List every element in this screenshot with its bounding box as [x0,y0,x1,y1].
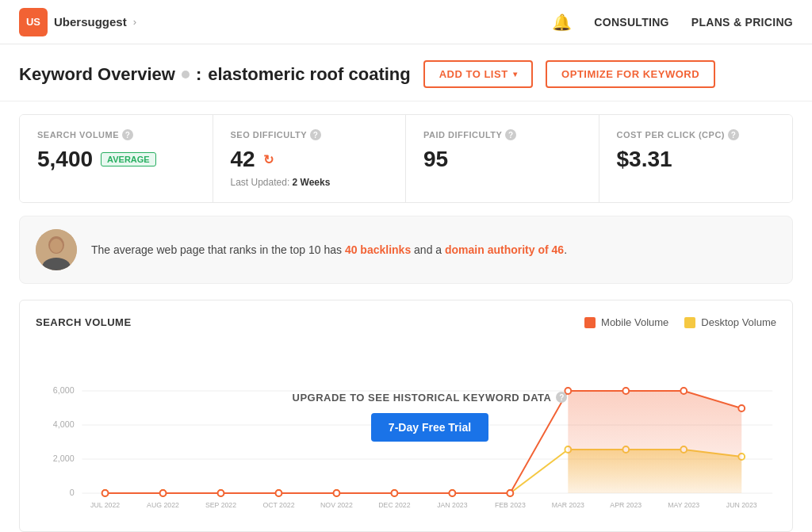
paid-difficulty-value: 95 [423,147,581,172]
average-badge: AVERAGE [101,152,156,166]
keyword-title: Keyword Overview : elastomeric roof coat… [19,64,411,85]
seo-difficulty-label: SEO DIFFICULTY ? [231,129,389,140]
keyword-section: Keyword Overview : elastomeric roof coat… [0,44,812,101]
svg-text:0: 0 [70,488,75,497]
info-icon-upgrade[interactable]: ? [556,392,567,403]
mobile-volume-legend-dot [584,317,596,328]
site-name: Ubersuggest [54,15,127,29]
optimize-for-keyword-button[interactable]: OPTIMIZE FOR KEYWORD [546,60,715,88]
backlinks-highlight: 40 backlinks [345,243,411,256]
svg-text:SEP 2022: SEP 2022 [205,501,236,509]
svg-text:AUG 2022: AUG 2022 [147,501,179,509]
avatar [36,229,77,270]
dot-icon [182,71,190,78]
metrics-row: SEARCH VOLUME ? 5,400 AVERAGE SEO DIFFIC… [19,114,793,203]
mobile-volume-label: Mobile Volume [601,316,668,328]
chart-wrapper: 0 2,000 4,000 6,000 JUL 2022 AUG 2022 SE… [36,341,776,515]
info-icon-seo-difficulty[interactable]: ? [310,129,321,140]
metric-search-volume: SEARCH VOLUME ? 5,400 AVERAGE [20,115,213,202]
svg-point-3 [50,239,63,253]
info-icon-cpc[interactable]: ? [728,129,739,140]
keyword-header: Keyword Overview : elastomeric roof coat… [19,60,793,88]
svg-text:OCT 2022: OCT 2022 [262,501,294,509]
chart-legend: Mobile Volume Desktop Volume [584,316,776,328]
header-right: 🔔 CONSULTING PLANS & PRICING [552,13,793,32]
paid-difficulty-label: PAID DIFFICULTY ? [423,129,581,140]
svg-text:JUL 2022: JUL 2022 [90,501,120,509]
metric-seo-difficulty: SEO DIFFICULTY ? 42 ↻ Last Updated: 2 We… [213,115,407,202]
trial-button[interactable]: 7-Day Free Trial [371,413,488,442]
bell-icon[interactable]: 🔔 [552,13,572,32]
header-left: US Ubersuggest › [19,8,136,36]
metric-paid-difficulty: PAID DIFFICULTY ? 95 [406,115,599,202]
chart-header: SEARCH VOLUME Mobile Volume Desktop Volu… [36,316,776,328]
cpc-value: $3.31 [617,147,776,172]
svg-text:MAR 2023: MAR 2023 [552,501,584,509]
insight-text: The average web page that ranks in the t… [91,242,567,258]
metric-cpc: COST PER CLICK (CPC) ? $3.31 [599,115,793,202]
seo-difficulty-sub: Last Updated: 2 Weeks [231,177,389,188]
svg-text:MAY 2023: MAY 2023 [668,501,699,509]
colon-separator: : [196,64,201,85]
search-volume-value: 5,400 AVERAGE [37,147,195,172]
upgrade-text: UPGRADE TO SEE HISTORICAL KEYWORD DATA ? [293,392,568,404]
chart-title: SEARCH VOLUME [36,316,132,328]
logo-badge: US [19,8,48,36]
insight-bar: The average web page that ranks in the t… [19,216,793,284]
legend-desktop: Desktop Volume [684,316,776,328]
svg-text:JAN 2023: JAN 2023 [437,501,467,509]
info-icon-paid-difficulty[interactable]: ? [505,129,516,140]
domain-authority-highlight: domain authority of 46 [445,243,564,256]
svg-text:NOV 2022: NOV 2022 [320,501,353,509]
svg-text:APR 2023: APR 2023 [610,501,642,509]
info-icon-search-volume[interactable]: ? [122,129,133,140]
keyword-overview-label: Keyword Overview [19,64,175,85]
cpc-label: COST PER CLICK (CPC) ? [617,129,776,140]
add-to-list-button[interactable]: ADD TO LIST ▾ [423,60,533,88]
keyword-value: elastomeric roof coating [208,64,411,85]
desktop-volume-label: Desktop Volume [701,316,776,328]
svg-text:6,000: 6,000 [53,385,75,395]
svg-text:4,000: 4,000 [53,419,75,429]
svg-text:JUN 2023: JUN 2023 [726,501,757,509]
avatar-image [36,229,77,270]
seo-difficulty-value: 42 ↻ [231,147,389,172]
nav-plans-pricing[interactable]: PLANS & PRICING [691,16,793,29]
header: US Ubersuggest › 🔔 CONSULTING PLANS & PR… [0,0,812,44]
caret-down-icon: ▾ [513,70,518,78]
chevron-right-icon: › [133,16,136,28]
desktop-volume-legend-dot [684,317,695,328]
chart-upgrade-overlay: UPGRADE TO SEE HISTORICAL KEYWORD DATA ?… [83,341,776,492]
svg-text:FEB 2023: FEB 2023 [495,501,526,509]
chart-section: SEARCH VOLUME Mobile Volume Desktop Volu… [19,300,793,532]
svg-text:DEC 2022: DEC 2022 [378,501,410,509]
nav-consulting[interactable]: CONSULTING [594,16,669,29]
svg-text:2,000: 2,000 [53,454,75,463]
legend-mobile: Mobile Volume [584,316,668,328]
search-volume-label: SEARCH VOLUME ? [37,129,195,140]
refresh-icon: ↻ [263,152,274,167]
